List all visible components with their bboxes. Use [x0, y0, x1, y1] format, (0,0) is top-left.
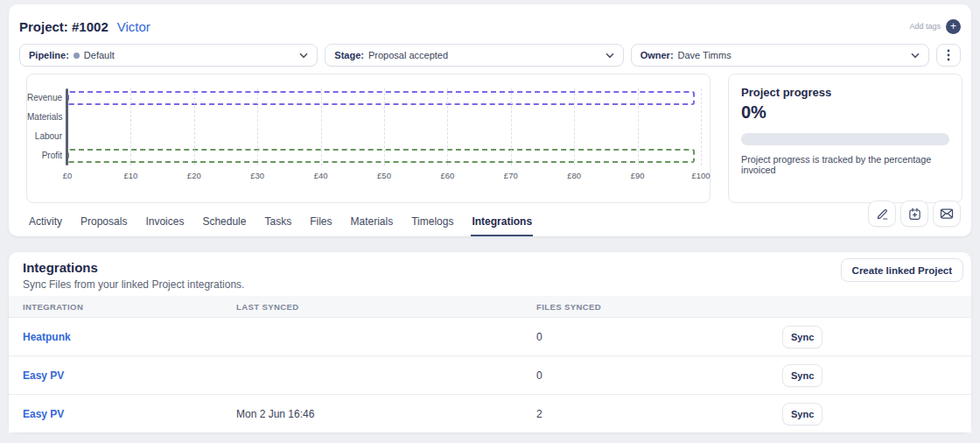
chevron-down-icon [606, 53, 614, 59]
table-row: Easy PV 0 Sync [9, 355, 971, 394]
calendar-plus-icon [908, 207, 921, 221]
progress-caption: Project progress is tracked by the perce… [741, 154, 949, 175]
chart-x-tick: £30 [250, 171, 264, 180]
column-header-integration: INTEGRATION [9, 302, 236, 312]
chart-gridline [701, 88, 702, 165]
project-action-buttons [868, 200, 961, 227]
tab-timelogs[interactable]: Timelogs [410, 212, 454, 236]
schedule-event-button[interactable] [900, 200, 928, 227]
project-financials-chart: RevenueMaterialsLabourProfit£0£10£20£30£… [26, 74, 710, 203]
chart-gridline [511, 88, 512, 165]
tab-activity[interactable]: Activity [28, 212, 63, 236]
owner-value: Dave Timms [678, 50, 732, 60]
chart-gridline [384, 88, 385, 165]
filter-row: Pipeline: Default Stage: Proposal accept… [19, 44, 961, 67]
column-header-files-synced: FILES SYNCED [536, 302, 782, 312]
chart-gridline [130, 88, 131, 165]
tab-integrations[interactable]: Integrations [471, 212, 533, 236]
chart-gridline [574, 88, 575, 165]
chart-gridline [257, 88, 258, 165]
chart-x-tick: £80 [567, 171, 581, 180]
project-header: Project: #1002 Victor Add tags + [19, 17, 961, 36]
chart-gridline [447, 88, 448, 165]
sync-button[interactable]: Sync [782, 326, 822, 348]
integration-name-link[interactable]: Heatpunk [9, 331, 236, 343]
table-row: Heatpunk 0 Sync [9, 317, 971, 355]
pipeline-value: Default [84, 50, 115, 60]
chart-bar-revenue [67, 91, 695, 105]
project-progress-card: Project progress 0% Project progress is … [728, 74, 962, 203]
integrations-subtitle: Sync Files from your linked Project inte… [23, 278, 244, 291]
table-row: Easy PV Mon 2 Jun 16:46 2 Sync [9, 394, 971, 432]
tab-tasks[interactable]: Tasks [263, 212, 292, 236]
integrations-title: Integrations [23, 260, 98, 275]
integration-name-link[interactable]: Easy PV [9, 369, 236, 382]
chart-category-label: Labour [27, 127, 62, 146]
pipeline-status-dot-icon [74, 53, 80, 59]
chart-category-label: Materials [27, 108, 62, 127]
stage-value: Proposal accepted [368, 50, 448, 60]
owner-label: Owner: [640, 50, 674, 60]
progress-title: Project progress [741, 86, 949, 99]
chart-x-tick: £0 [63, 171, 73, 180]
owner-dropdown[interactable]: Owner: Dave Timms [631, 44, 929, 67]
envelope-icon [940, 207, 954, 220]
tab-schedule[interactable]: Schedule [201, 212, 247, 236]
chart-x-tick: £50 [377, 171, 391, 180]
files-synced-cell: 0 [536, 331, 782, 343]
chart-x-tick: £100 [691, 171, 710, 180]
tab-invoices[interactable]: Invoices [144, 212, 185, 236]
chart-category-label: Profit [27, 146, 62, 165]
chart-x-tick: £40 [314, 171, 328, 180]
files-synced-cell: 0 [536, 369, 782, 382]
edit-button[interactable] [868, 200, 896, 227]
plus-icon: + [950, 20, 956, 32]
project-summary-card: Project: #1002 Victor Add tags + Pipelin… [9, 4, 971, 236]
column-header-last-synced: LAST SYNCED [236, 302, 536, 312]
pencil-icon [876, 207, 889, 221]
chart-y-axis [66, 88, 68, 165]
chevron-down-icon [299, 53, 308, 59]
last-synced-cell: Mon 2 Jun 16:46 [236, 408, 536, 420]
email-button[interactable] [933, 200, 961, 227]
project-name-link[interactable]: Victor [117, 19, 150, 34]
integration-name-link[interactable]: Easy PV [9, 408, 236, 420]
chart-gridline [321, 88, 322, 165]
create-linked-project-button[interactable]: Create linked Project [841, 258, 963, 282]
chart-x-tick: £60 [440, 171, 454, 180]
project-id-label: Project: #1002 [19, 19, 108, 34]
progress-percent: 0% [741, 102, 949, 123]
pipeline-dropdown[interactable]: Pipeline: Default [19, 44, 318, 67]
add-tags-button[interactable]: + [946, 19, 961, 34]
chart-x-tick: £90 [631, 171, 645, 180]
files-synced-cell: 2 [536, 408, 782, 420]
tab-materials[interactable]: Materials [350, 212, 395, 236]
chart-category-label: Revenue [27, 88, 62, 108]
chart-x-tick: £20 [187, 171, 201, 180]
chart-gridline [638, 88, 639, 165]
sync-button[interactable]: Sync [782, 403, 822, 425]
integrations-panel: Integrations Sync Files from your linked… [9, 252, 971, 432]
chart-gridline [194, 88, 195, 165]
table-header-row: INTEGRATION LAST SYNCED FILES SYNCED [9, 296, 971, 317]
stage-dropdown[interactable]: Stage: Proposal accepted [325, 44, 623, 67]
project-tabs: Activity Proposals Invoices Schedule Tas… [28, 212, 533, 236]
kebab-menu-icon [947, 49, 950, 61]
chart-x-tick: £10 [123, 171, 137, 180]
sync-button[interactable]: Sync [782, 364, 822, 387]
stage-label: Stage: [334, 50, 364, 60]
integrations-table: INTEGRATION LAST SYNCED FILES SYNCED Hea… [9, 296, 971, 432]
chevron-down-icon [911, 53, 920, 59]
chart-bar-profit [67, 149, 695, 163]
add-tags-label: Add tags [909, 22, 941, 31]
progress-bar [741, 133, 949, 145]
more-options-button[interactable] [936, 44, 961, 67]
tab-proposals[interactable]: Proposals [80, 212, 128, 236]
tab-files[interactable]: Files [309, 212, 332, 236]
chart-x-tick: £70 [504, 171, 518, 180]
pipeline-label: Pipeline: [29, 50, 69, 60]
